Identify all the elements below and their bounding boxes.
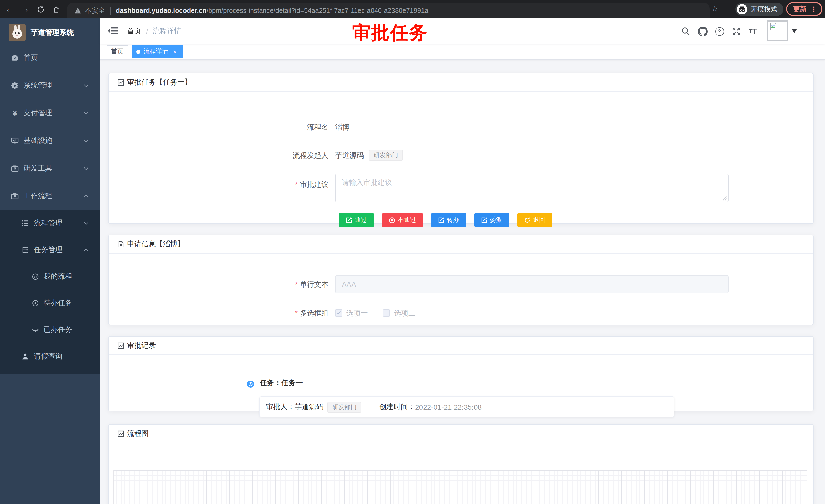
tab-label: 首页 — [111, 47, 124, 56]
question-icon: ? — [715, 27, 724, 35]
sidebar-item-workflow[interactable]: 工作流程 — [0, 182, 100, 210]
approval-task-card: 审批任务【任务一】 流程名 滔博 流程发起人 芋道源码 研发部门 — [108, 73, 814, 224]
tab-process-detail[interactable]: 流程详情 × — [132, 45, 183, 58]
app-logo[interactable]: 芋道管理系统 — [0, 18, 100, 47]
tab-close-icon[interactable]: × — [171, 48, 178, 55]
single-line-text-input[interactable] — [335, 275, 729, 293]
sidebar-item-dev-tools[interactable]: 研发工具 — [0, 155, 100, 182]
sidebar-item-label: 基础设施 — [23, 136, 52, 146]
address-bar[interactable]: 不安全 dashboard.yudao.iocoder.cn/bpm/proce… — [67, 3, 710, 18]
bpmn-grid-canvas[interactable] — [113, 470, 807, 504]
sidebar-item-label: 支付管理 — [23, 108, 52, 118]
process-name-value: 滔博 — [335, 121, 350, 133]
user-avatar[interactable] — [767, 20, 788, 41]
chevron-down-icon — [83, 222, 89, 225]
checkbox-option-1[interactable] — [335, 309, 342, 317]
browser-menu-icon[interactable]: ⋮ — [810, 5, 817, 13]
sidebar-item-label: 系统管理 — [23, 81, 52, 90]
created-value: 2022-01-21 22:35:08 — [415, 403, 482, 411]
suggestion-textarea[interactable] — [335, 174, 729, 202]
created-label: 创建时间： — [379, 402, 415, 412]
checkbox-option-2[interactable] — [383, 309, 390, 317]
button-label: 不通过 — [398, 216, 416, 224]
user-icon — [21, 352, 29, 360]
sidebar-item-home[interactable]: 首页 — [0, 44, 100, 72]
avatar-caret-down-icon[interactable] — [792, 29, 797, 35]
broken-image-icon — [769, 22, 777, 31]
list-tree-icon — [21, 219, 29, 228]
initiator-value: 芋道源码 研发部门 — [335, 150, 403, 161]
gear-icon — [11, 81, 19, 90]
security-warning-label: 不安全 — [85, 6, 105, 15]
reject-button[interactable]: 不通过 — [382, 213, 423, 227]
fullscreen-icon — [732, 27, 741, 36]
font-size-button[interactable]: TT — [748, 26, 758, 36]
fork-nodes-icon — [21, 246, 29, 254]
sidebar-item-payment[interactable]: ¥ 支付管理 — [0, 99, 100, 127]
github-link[interactable] — [697, 26, 708, 36]
font-size-big-glyph: T — [752, 27, 757, 35]
sidebar-item-process-management[interactable]: 流程管理 — [0, 210, 100, 237]
monitor-icon — [11, 137, 19, 145]
eye-closed-icon — [31, 326, 40, 334]
approve-button[interactable]: 通过 — [339, 213, 374, 227]
address-divider — [110, 6, 111, 15]
approver-value: 芋道源码 — [295, 402, 323, 412]
chevron-up-icon — [83, 248, 89, 251]
top-navbar: 首页 / 流程详情 ? TT — [100, 18, 825, 44]
hamburger-icon[interactable] — [107, 26, 118, 36]
picture-icon — [117, 342, 125, 349]
browser-back-button[interactable]: ← — [4, 4, 15, 15]
approver-label: 审批人： — [266, 402, 295, 412]
delegate-button[interactable]: 委派 — [474, 213, 509, 227]
sidebar-item-label: 首页 — [23, 53, 38, 63]
checkbox-label: 选项一 — [347, 307, 368, 319]
chevron-up-icon — [83, 195, 89, 198]
eye-open-icon — [31, 299, 40, 307]
sidebar-menu: 首页 系统管理 ¥ 支付管理 基础设施 — [0, 44, 100, 374]
button-label: 转办 — [447, 216, 459, 224]
active-tab-dot — [136, 50, 140, 54]
header-search-button[interactable] — [680, 26, 691, 36]
browser-update-button[interactable]: 更新 ⋮ — [786, 2, 822, 16]
application-info-card: 申请信息【滔博】 单行文本 多选框组 选项一 选项二 — [108, 235, 814, 325]
incognito-badge: 无痕模式 — [735, 3, 783, 16]
sidebar-item-leave-query[interactable]: 请假查询 — [0, 343, 100, 370]
transfer-button[interactable]: 转办 — [431, 213, 466, 227]
form-row-checkboxes: 多选框组 选项一 选项二 — [108, 307, 813, 319]
tab-home[interactable]: 首页 — [106, 45, 128, 58]
url-domain: dashboard.yudao.iocoder.cn — [116, 7, 207, 14]
breadcrumb-home[interactable]: 首页 — [127, 27, 141, 36]
browser-reload-button[interactable] — [35, 4, 46, 15]
sidebar-item-my-processes[interactable]: 我的流程 — [0, 263, 100, 290]
form-row-process-name: 流程名 滔博 — [108, 121, 813, 133]
sidebar-item-todo-tasks[interactable]: 待办任务 — [0, 290, 100, 317]
sidebar-item-infrastructure[interactable]: 基础设施 — [0, 127, 100, 155]
sidebar-item-done-tasks[interactable]: 已办任务 — [0, 317, 100, 343]
card-title: 申请信息【滔博】 — [127, 240, 184, 249]
sidebar-item-task-management[interactable]: 任务管理 — [0, 237, 100, 263]
tags-view-bar: 首页 流程详情 × — [100, 44, 825, 60]
sidebar-item-label: 待办任务 — [44, 299, 72, 308]
process-diagram-card: 流程图 — [108, 424, 814, 504]
browser-forward-button[interactable]: → — [19, 4, 31, 15]
breadcrumb-current: 流程详情 — [153, 27, 181, 36]
screenshot-root: ← → 不安全 dashboard.yudao.iocoder.cn/bpm/p… — [0, 0, 825, 504]
bookmark-star-icon[interactable]: ☆ — [711, 4, 718, 13]
return-button[interactable]: 退回 — [517, 213, 552, 227]
browser-home-button[interactable] — [50, 4, 62, 15]
card-header: 审批任务【任务一】 — [108, 73, 813, 92]
card-header: 申请信息【滔博】 — [108, 235, 813, 254]
help-button[interactable]: ? — [714, 26, 725, 36]
incognito-icon — [737, 4, 747, 14]
sidebar-item-system[interactable]: 系统管理 — [0, 72, 100, 99]
fullscreen-button[interactable] — [731, 26, 742, 36]
briefcase-icon — [11, 192, 19, 200]
edit-icon — [481, 217, 487, 223]
search-icon — [681, 27, 690, 36]
form-row-initiator: 流程发起人 芋道源码 研发部门 — [108, 150, 813, 161]
sidebar-item-label: 我的流程 — [44, 272, 72, 281]
picture-icon — [117, 79, 125, 86]
sidebar-item-label: 流程管理 — [34, 219, 63, 228]
breadcrumb-separator: / — [146, 27, 148, 35]
